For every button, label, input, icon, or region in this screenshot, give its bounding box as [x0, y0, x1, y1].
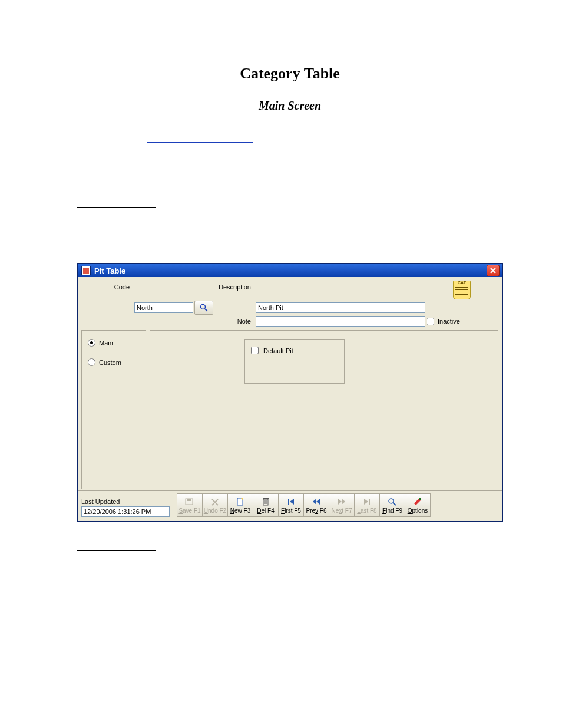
toolbar-button-label: Next F7 [331, 508, 352, 514]
default-pit-label: Default Pit [263, 347, 293, 354]
last-updated-label: Last Updated [81, 498, 170, 505]
delete-icon [261, 497, 270, 506]
svg-marker-17 [338, 499, 342, 505]
options-icon [413, 497, 422, 506]
middle-area: Main Custom Default Pit [81, 330, 498, 489]
note-input[interactable] [256, 316, 425, 327]
code-lookup-button[interactable] [194, 301, 213, 315]
default-pit-group: Default Pit [244, 339, 345, 384]
next-button: Next F7 [329, 493, 355, 517]
svg-rect-24 [419, 498, 421, 500]
description-label: Description [217, 284, 254, 291]
next-icon [337, 497, 346, 506]
svg-line-1 [205, 309, 207, 311]
pit-table-window: Pit Table Code Description [77, 263, 503, 521]
note-label: Note [217, 318, 254, 325]
toolbar-button-label: Del F4 [257, 508, 274, 514]
toolbar-button-label: Prev F6 [306, 508, 326, 514]
toolbar-button-label: New F3 [230, 508, 250, 514]
tab-main[interactable]: Main [88, 339, 140, 347]
client-area: Code Description Note [78, 277, 502, 521]
default-pit-checkbox[interactable] [251, 347, 259, 354]
save-icon [185, 497, 194, 506]
app-icon [81, 266, 91, 275]
tab-content: Default Pit [150, 330, 498, 490]
toolbar-button-label: First F5 [281, 508, 301, 514]
svg-line-22 [393, 503, 396, 505]
last-updated-value [81, 506, 170, 517]
toolbar-button-label: Save F1 [178, 508, 200, 514]
prev-icon [312, 497, 321, 506]
find-icon [388, 497, 397, 506]
svg-rect-3 [187, 499, 191, 501]
svg-rect-12 [263, 498, 269, 499]
top-form: Code Description Note [78, 277, 502, 329]
save-button: Save F1 [177, 493, 203, 517]
page-title: Category Table [77, 65, 503, 83]
svg-point-0 [201, 305, 206, 309]
svg-marker-15 [313, 499, 316, 505]
inactive-label: Inactive [438, 318, 460, 325]
page-subtitle: Main Screen [77, 99, 503, 113]
document-page: Category Table Main Screen Pit Table Cod… [0, 0, 562, 728]
first-button[interactable]: First F5 [278, 493, 304, 517]
svg-marker-16 [316, 499, 320, 505]
svg-marker-19 [364, 499, 368, 505]
first-icon [286, 497, 296, 506]
tab-list: Main Custom [81, 330, 146, 489]
section-divider [77, 542, 503, 553]
close-icon [490, 268, 496, 274]
svg-marker-14 [290, 499, 294, 505]
section-divider [77, 200, 503, 210]
description-input[interactable] [256, 302, 425, 313]
del-button[interactable]: Del F4 [253, 493, 279, 517]
undo-icon [210, 497, 220, 506]
svg-marker-18 [342, 499, 345, 505]
tab-custom[interactable]: Custom [88, 358, 140, 366]
toolbar-button-label: Last F8 [357, 508, 376, 514]
toolbar-button-label: Find F9 [382, 508, 402, 514]
hyperlink-placeholder[interactable] [147, 136, 503, 147]
toolbar-button-label: Options [408, 508, 428, 514]
svg-point-21 [389, 499, 394, 503]
prev-button[interactable]: Prev F6 [303, 493, 329, 517]
tab-custom-label: Custom [99, 359, 121, 366]
new-icon [236, 497, 245, 506]
close-button[interactable] [487, 265, 500, 276]
toolbar: Save F1Undo F2New F3Del F4First F5Prev F… [177, 493, 431, 517]
last-button: Last F8 [354, 493, 380, 517]
new-button[interactable]: New F3 [227, 493, 253, 517]
cat-notepad-icon[interactable] [453, 281, 471, 299]
undo-button: Undo F2 [202, 493, 228, 517]
last-icon [362, 497, 372, 506]
inactive-checkbox[interactable] [427, 318, 434, 325]
radio-icon [88, 339, 95, 347]
titlebar: Pit Table [78, 264, 502, 277]
code-label: Code [82, 284, 133, 291]
window-title: Pit Table [94, 266, 125, 275]
code-input[interactable] [134, 302, 193, 313]
find-button[interactable]: Find F9 [379, 493, 405, 517]
toolbar-button-label: Undo F2 [204, 508, 226, 514]
radio-icon [88, 358, 95, 366]
options-button[interactable]: Options [405, 493, 431, 517]
bottom-bar: Last Updated Save F1Undo F2New F3Del F4F… [78, 490, 502, 521]
magnifier-icon [200, 304, 208, 312]
svg-rect-6 [237, 498, 243, 505]
tab-main-label: Main [99, 340, 113, 347]
